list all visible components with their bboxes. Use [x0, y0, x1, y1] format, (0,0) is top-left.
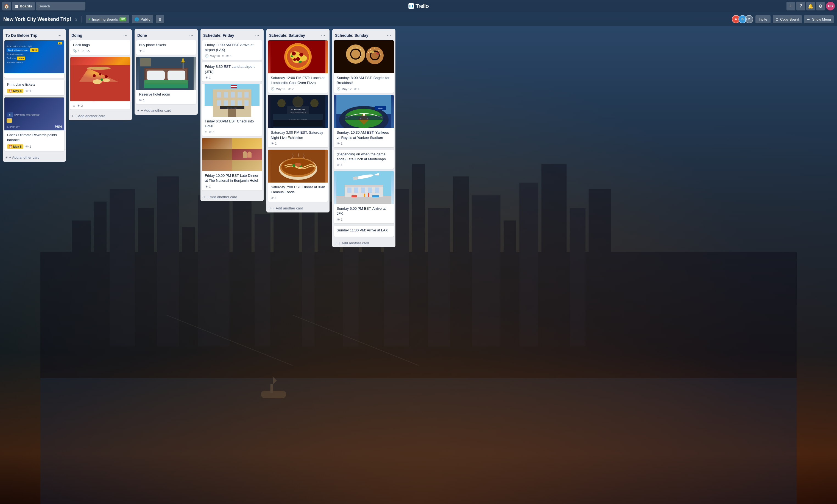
list-body-friday: Friday 11:00 AM PST: Arrive at airport (…	[200, 40, 264, 193]
svg-point-35	[103, 78, 110, 82]
card-sun-bagels[interactable]: Sunday: 8:00 AM EST: Bagels for Breakfas…	[334, 40, 394, 93]
list-menu-friday[interactable]: ···	[253, 32, 261, 39]
card-flight[interactable]: Ad Book, track or share this flight Book…	[4, 40, 64, 78]
plus-icon-saturday: +	[269, 206, 271, 210]
card-rewards[interactable]: S SAPPHIRE PREFERRED D. BARRETT VISA	[4, 97, 64, 151]
eye-icon-sat3: 👁	[271, 196, 274, 200]
notifications-button[interactable]: 🔔	[806, 2, 815, 11]
list-body-done: Buy plane tickets 👁 1	[135, 40, 198, 106]
plus-icon-friday: +	[203, 195, 206, 199]
svg-point-39	[101, 78, 103, 81]
list-header-done: Done ···	[135, 29, 198, 40]
add-card-friday[interactable]: + + Add another card	[200, 193, 264, 201]
add-button[interactable]: +	[786, 2, 795, 11]
book-american-btn: Book with American	[6, 48, 29, 52]
card-fri-hotel-checkin[interactable]: THE BENJAMIN Friday 6:00PM EST Check int…	[202, 84, 262, 136]
svg-rect-46	[144, 80, 188, 88]
svg-text:DELTA: DELTA	[378, 107, 382, 109]
workspace-button[interactable]: ■ Inspiring Boards BC	[86, 15, 129, 23]
paperclip-icon: 📎	[73, 49, 77, 53]
card-title-sun5: Sunday 11:30 PM: Arrive at LAX	[337, 228, 391, 233]
card-sat-snl[interactable]: 40 YEARS OF SATURDAY NIGHTS NIGHT LIVE T…	[268, 95, 328, 147]
pizza-cover-image	[70, 57, 130, 90]
list-menu-done[interactable]: ···	[188, 32, 195, 39]
card-meta-fri3: ≡ 👁 1	[205, 130, 259, 134]
watch-count-sat2: 2	[275, 142, 277, 145]
svg-text:THE BENJAMIN: THE BENJAMIN	[227, 107, 237, 109]
home-button[interactable]: 🏠	[2, 2, 11, 11]
card-pizza[interactable]: Where to Find the Best Pizza in New York…	[70, 57, 130, 109]
airline-book-row: Book with American $299	[6, 48, 62, 52]
card-fri-dinner[interactable]: Friday 10:00 PM EST Late Dinner at The N…	[202, 138, 262, 190]
svg-point-106	[356, 47, 358, 48]
card-sat-dinner[interactable]: Saturday 7:00 EST: Dinner at Xian Famous…	[268, 150, 328, 202]
board-title[interactable]: New York City Weekend Trip!	[3, 16, 71, 22]
card-sun-arrive-lax[interactable]: Sunday 11:30 PM: Arrive at LAX	[334, 226, 394, 237]
card-sun-montenapo[interactable]: (Depending on when the game ends) Late l…	[334, 150, 394, 169]
card-pack-bags[interactable]: Pack bags 📎 1 ☑ 0/5	[70, 40, 130, 55]
trello-logo-icon	[408, 3, 414, 9]
card-title-sun1: Sunday: 8:00 AM EST: Bagels for Breakfas…	[337, 75, 391, 85]
svg-rect-58	[224, 100, 228, 106]
sapphire-card-cover: S SAPPHIRE PREFERRED D. BARRETT VISA	[4, 97, 64, 130]
person-2	[247, 151, 251, 158]
svg-rect-63	[231, 85, 231, 91]
search-input[interactable]	[36, 2, 85, 11]
svg-rect-147	[372, 195, 379, 197]
boards-button[interactable]: ▦ Boards	[12, 2, 35, 11]
invite-button[interactable]: Invite	[755, 15, 770, 23]
add-card-doing[interactable]: + + Add another card	[69, 112, 132, 120]
svg-point-105	[352, 48, 353, 49]
card-print-tickets[interactable]: Print plane tickets ⏰ May 8 👁 1	[4, 80, 64, 95]
list-menu-doing[interactable]: ···	[122, 32, 129, 39]
card-fri-land-jfk[interactable]: Friday 8:30 EST Land at airport (JFK) 👁 …	[202, 62, 262, 81]
watch-count-fri3: 1	[213, 130, 214, 134]
copy-board-button[interactable]: ⊡ Copy Board	[773, 15, 802, 23]
add-card-saturday[interactable]: + + Add another card	[266, 204, 330, 213]
add-card-done[interactable]: + + Add another card	[135, 106, 198, 115]
svg-point-107	[360, 49, 361, 50]
info-button[interactable]: ?	[796, 2, 805, 11]
sapphire-logo: S	[6, 112, 13, 117]
clock-icon-sat1: 🕐	[271, 87, 274, 91]
add-card-todo[interactable]: + + Add another card	[3, 153, 66, 162]
plus-icon-todo: +	[5, 155, 8, 160]
svg-rect-138	[368, 187, 372, 193]
add-card-label-friday: + Add another card	[207, 195, 237, 199]
sapphire-preferred-text: SAPPHIRE PREFERRED	[14, 114, 39, 116]
eye-icon-sun4: 👁	[337, 218, 340, 221]
card-meta-buytickets: 👁 1	[139, 49, 193, 52]
add-card-sunday[interactable]: + + Add another card	[332, 239, 395, 247]
card-meta-sun4: 👁 1	[337, 218, 391, 221]
watch-badge-sat2: 👁 2	[271, 142, 277, 145]
svg-rect-91	[273, 120, 323, 127]
list-sunday: Schedule: Sunday ···	[332, 29, 395, 247]
card-sat-pizza[interactable]: Saturday 12:00 PM EST: Lunch at Lombardi…	[268, 40, 328, 93]
star-button[interactable]: ☆	[74, 17, 78, 22]
card-fri-arrive-lax[interactable]: Friday 11:00 AM PST: Arrive at airport (…	[202, 40, 262, 60]
eye-icon-sat2: 👁	[271, 142, 274, 145]
dots-icon: •••	[807, 17, 811, 21]
card-buy-tickets[interactable]: Buy plane tickets 👁 1	[136, 40, 196, 55]
table-view-button[interactable]: ⊞	[156, 15, 164, 23]
list-menu-todo[interactable]: ···	[56, 32, 63, 39]
show-menu-button[interactable]: ••• Show Menu	[804, 15, 834, 23]
watch-count-sun4: 1	[341, 218, 342, 221]
card-title-rewards: Check Ultimate Rewards points balance	[7, 132, 61, 142]
list-menu-saturday[interactable]: ···	[319, 32, 327, 39]
settings-button[interactable]: ⚙	[816, 2, 825, 11]
watch-badge-sun1: 👁 1	[354, 87, 359, 91]
svg-point-115	[368, 52, 369, 53]
svg-point-80	[293, 58, 296, 61]
member-count-badge[interactable]: 2	[745, 15, 753, 23]
show-menu-label: Show Menu	[812, 17, 831, 21]
date-badge-sun1: 🕐 May 12	[337, 87, 352, 91]
card-sun-arrive-jfk[interactable]: Sunday 6:00 PM EST: Arrive at JFK 👁 1	[334, 171, 394, 223]
user-avatar[interactable]: DB	[826, 2, 835, 11]
airline-text-3: Track price	[6, 57, 16, 59]
list-menu-sunday[interactable]: ···	[385, 32, 393, 39]
card-reserve-hotel[interactable]: Reserve hotel room 👁 1	[136, 57, 196, 104]
check-icon: ☑	[82, 49, 85, 53]
visibility-button[interactable]: 🌐 Public	[132, 15, 153, 23]
card-sun-yankees[interactable]: DELTA Sunday: 10:30 AM EST: Yankees vs R…	[334, 95, 394, 147]
